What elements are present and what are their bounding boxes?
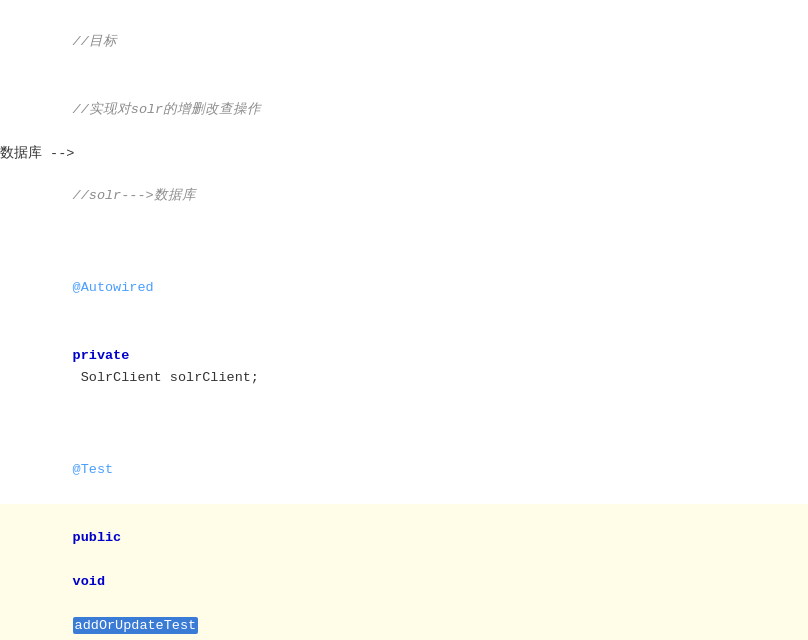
keyword-private: private [73,348,130,363]
line-7 [0,412,808,436]
content-3: //solr--->数据库 [10,163,808,229]
content-7 [10,413,808,435]
line-8: @Test [0,436,808,504]
space-2 [73,596,81,611]
content-8: @Test [10,437,808,503]
line-3: //solr--->数据库 [0,162,808,230]
content-6: private SolrClient solrClient; [10,323,808,411]
space-1 [73,552,81,567]
method-name-highlight: addOrUpdateTest [73,617,199,634]
text-solrclient: SolrClient solrClient; [73,370,259,385]
line-5: @Autowired [0,254,808,322]
content-9: public void addOrUpdateTest () throws IO… [10,505,808,640]
keyword-void: void [73,574,105,589]
line-2: //实现对solr的增删改查操作 [0,76,808,144]
comment-text-3: //solr--->数据库 [73,188,196,203]
comment-text-1: //目标 [73,34,117,49]
content-4 [10,231,808,253]
content-2: //实现对solr的增删改查操作 [10,77,808,143]
comment-text-2: //实现对solr的增删改查操作 [73,102,262,117]
content-5: @Autowired [10,255,808,321]
line-1: //目标 [0,8,808,76]
annotation-test: @Test [73,462,114,477]
code-editor: //目标 //实现对solr的增删改查操作 数据库 --> //solr--->… [0,0,808,640]
line-6: private SolrClient solrClient; [0,322,808,412]
annotation-autowired: @Autowired [73,280,154,295]
keyword-public: public [73,530,122,545]
content-1: //目标 [10,9,808,75]
line-4 [0,230,808,254]
line-9: public void addOrUpdateTest () throws IO… [0,504,808,640]
